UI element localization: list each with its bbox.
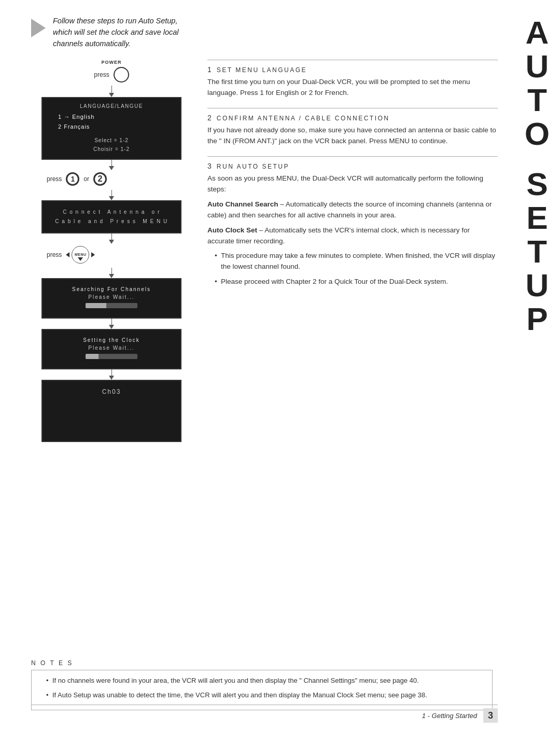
arrow-down-icon (109, 93, 114, 97)
search-progress-bar (86, 303, 137, 308)
instructions-column: 1 SET MENU LANGUAGE The first time you t… (207, 60, 498, 442)
connector-1 (41, 86, 181, 97)
clock-screen: Setting the Clock Please Wait... (41, 329, 181, 369)
connector-3 (41, 190, 181, 200)
arrow-down-icon-2 (109, 166, 114, 170)
connector-4 (41, 233, 181, 244)
connector-7 (41, 369, 181, 380)
notes-list: If no channels were found in your area, … (39, 676, 485, 700)
press-row-2: press 1 or 2 (41, 170, 181, 188)
menu-nav-button: MENU (66, 246, 95, 264)
language-screen: LANGUAGE/LANGUE 1 → English 2 Français S… (41, 97, 181, 159)
step-3: 3 RUN AUTO SETUP As soon as you press ME… (207, 156, 498, 287)
main-content: Follow these steps to run Auto Setup, wh… (31, 16, 498, 699)
arrow-left-icon (66, 252, 69, 257)
arrow-down-icon-5 (109, 274, 114, 278)
note-item-2: If Auto Setup was unable to detect the t… (46, 690, 485, 700)
power-label: POWER (41, 60, 181, 65)
clock-progress-bar (86, 354, 137, 359)
note-item-1: If no channels were found in your area, … (46, 676, 485, 686)
arrow-down-icon-3 (109, 196, 114, 200)
arrow-down-icon-4 (109, 240, 114, 244)
antenna-screen: C o n n e c t A n t e n n a o r C a b l … (41, 200, 181, 233)
header-arrow-icon (31, 19, 46, 37)
connector-2 (41, 160, 181, 170)
footer-text: 1 - Getting Started (422, 712, 477, 720)
step-3-bullets: This procedure may take a few minutes to… (207, 251, 498, 287)
diagram-column: POWER press LANGUAGE/LANGUE 1 → English … (31, 60, 192, 442)
two-col-layout: POWER press LANGUAGE/LANGUE 1 → English … (31, 60, 498, 442)
channel-screen: Ch03 (41, 380, 181, 442)
page-number: 3 (483, 708, 498, 723)
button-1: 1 (66, 172, 79, 186)
footer: 1 - Getting Started 3 (31, 705, 498, 723)
step-2: 2 CONFIRM ANTENNA / CABLE CONNECTION If … (207, 108, 498, 147)
header-section: Follow these steps to run Auto Setup, wh… (31, 16, 498, 49)
step-1: 1 SET MENU LANGUAGE The first time you t… (207, 60, 498, 99)
header-text: Follow these steps to run Auto Setup, wh… (53, 16, 179, 49)
channel-display: Ch03 (48, 388, 175, 395)
press-row-3: press MENU (41, 244, 181, 266)
press-row-1: press (41, 67, 181, 82)
arrow-right-icon (91, 252, 95, 257)
notes-section: N O T E S If no channels were found in y… (31, 659, 493, 710)
searching-screen: Searching For Channels Please Wait... (41, 278, 181, 319)
notes-label: N O T E S (31, 659, 493, 667)
connector-5 (41, 268, 181, 278)
arrow-down-icon-7 (109, 376, 114, 380)
page-title: A U T O S E T U P (525, 16, 551, 336)
power-button (114, 67, 129, 82)
arrow-down-icon-6 (109, 325, 114, 329)
arrow-down-nav-icon (78, 257, 83, 261)
connector-6 (41, 319, 181, 329)
button-2: 2 (93, 172, 107, 186)
